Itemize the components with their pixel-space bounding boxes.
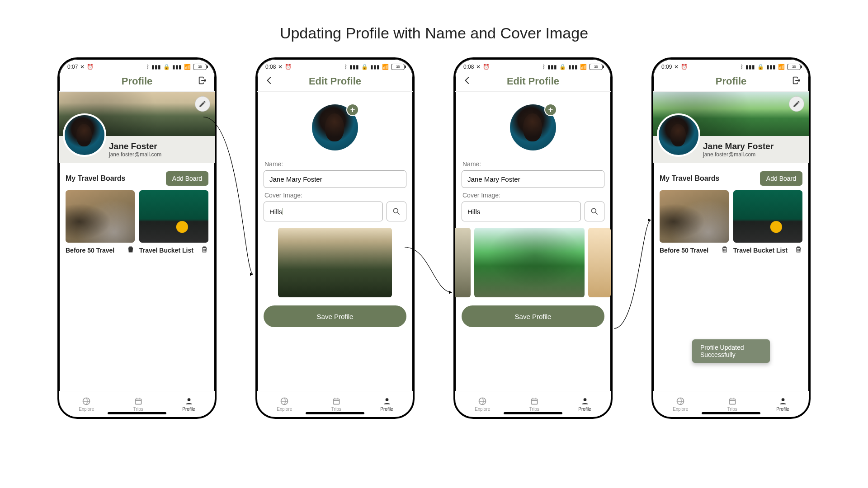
cover-search-button[interactable] (387, 202, 406, 221)
cover-option[interactable] (588, 228, 611, 297)
delete-board-button[interactable] (127, 245, 135, 255)
search-icon (590, 207, 599, 216)
profile-name: Jane Mary Foster (703, 141, 774, 151)
cover-search-input[interactable] (462, 202, 581, 221)
vibrate-icon: ✕ (80, 64, 85, 70)
tab-trips[interactable]: Trips (529, 397, 539, 412)
svg-point-13 (781, 398, 784, 401)
tab-explore[interactable]: Explore (673, 397, 688, 412)
avatar-editor[interactable]: + (310, 103, 360, 152)
profile-email: jane.foster@mail.com (703, 151, 774, 158)
svg-rect-9 (531, 399, 537, 404)
page-title: Updating Profile with Name and Cover Ima… (0, 24, 868, 42)
name-label: Name: (462, 160, 604, 168)
name-input[interactable] (462, 170, 604, 188)
back-button[interactable] (462, 75, 472, 87)
search-icon (392, 207, 401, 216)
boards-section-title: My Travel Boards (660, 174, 720, 183)
board-card[interactable]: Travel Bucket List (139, 190, 208, 255)
text-caret (283, 208, 283, 215)
svg-rect-12 (729, 399, 735, 404)
cover-search-button[interactable] (585, 202, 604, 221)
board-name: Travel Bucket List (733, 247, 788, 254)
edit-profile-button[interactable] (789, 96, 804, 112)
phone-profile-before: 0:07 ✕ ⏰ ᛒ ▮▮▮ 🔒 ▮▮▮ 📶 35 Profile Jane F… (57, 57, 217, 419)
tab-trips[interactable]: Trips (727, 397, 737, 412)
phone-edit-carousel: 0:08✕⏰ ᛒ▮▮▮🔒▮▮▮📶35 Edit Profile + Name: … (453, 57, 613, 419)
status-bar: 0:07 ✕ ⏰ ᛒ ▮▮▮ 🔒 ▮▮▮ 📶 35 (59, 59, 215, 71)
tab-trips[interactable]: Trips (331, 397, 341, 412)
avatar (63, 113, 106, 157)
phone-row: 0:07 ✕ ⏰ ᛒ ▮▮▮ 🔒 ▮▮▮ 📶 35 Profile Jane F… (0, 57, 868, 419)
tab-profile[interactable]: Profile (578, 397, 591, 412)
board-card[interactable]: Before 50 Travel (66, 190, 135, 255)
board-card[interactable]: Travel Bucket List (733, 190, 802, 255)
cover-label: Cover Image: (462, 192, 604, 199)
cover-search-result[interactable] (278, 228, 392, 297)
signal-icon: ▮▮▮ (151, 64, 161, 70)
avatar (657, 113, 700, 157)
tab-profile[interactable]: Profile (776, 397, 789, 412)
board-card[interactable]: Before 50 Travel (660, 190, 729, 255)
clock: 0:09 (661, 64, 672, 70)
board-thumb (139, 190, 208, 243)
clock: 0:08 (463, 64, 474, 70)
home-indicator (108, 412, 166, 414)
tab-trips[interactable]: Trips (133, 397, 143, 412)
add-photo-icon[interactable]: + (544, 103, 557, 116)
cover-carousel[interactable] (453, 228, 613, 297)
tab-profile[interactable]: Profile (380, 397, 393, 412)
tab-explore[interactable]: Explore (79, 397, 94, 412)
tab-profile[interactable]: Profile (182, 397, 195, 412)
appbar-title: Edit Profile (309, 75, 361, 87)
alarm-icon: ⏰ (87, 64, 94, 70)
board-name: Before 50 Travel (66, 247, 114, 254)
cover-search-input[interactable]: Hills (264, 202, 383, 221)
boards-list: Before 50 Travel Travel Bucket List (59, 186, 215, 260)
tab-explore[interactable]: Explore (475, 397, 490, 412)
logout-button[interactable] (198, 75, 208, 87)
add-board-button[interactable]: Add Board (760, 171, 802, 186)
cover-label: Cover Image: (264, 192, 406, 199)
cover-option-selected[interactable] (474, 228, 585, 297)
toast-success: Profile Updated Successfully (692, 339, 770, 363)
battery-icon: 35 (193, 64, 207, 70)
board-name: Travel Bucket List (139, 247, 193, 254)
add-board-button[interactable]: Add Board (166, 171, 208, 186)
app-bar: Edit Profile (257, 71, 413, 92)
cover-option[interactable] (453, 228, 471, 297)
boards-section-title: My Travel Boards (66, 174, 126, 183)
clock: 0:08 (265, 64, 276, 70)
board-thumb (66, 190, 135, 243)
svg-point-3 (393, 208, 398, 213)
back-button[interactable] (264, 75, 274, 87)
svg-point-10 (583, 398, 586, 401)
svg-rect-5 (333, 399, 339, 404)
status-bar: 0:09✕⏰ ᛒ▮▮▮🔒▮▮▮📶35 (653, 59, 809, 71)
app-bar: Profile (59, 71, 215, 92)
clock: 0:07 (67, 64, 78, 70)
delete-board-button[interactable] (200, 245, 208, 255)
signal2-icon: ▮▮▮ (172, 64, 182, 70)
delete-board-button[interactable] (721, 245, 729, 255)
appbar-title: Edit Profile (507, 75, 559, 87)
appbar-title: Profile (122, 75, 152, 87)
tab-explore[interactable]: Explore (277, 397, 292, 412)
svg-point-6 (385, 398, 388, 401)
phone-edit-typing: 0:08✕⏰ ᛒ▮▮▮🔒▮▮▮📶35 Edit Profile + Name: … (255, 57, 415, 419)
bluetooth-icon: ᛒ (146, 64, 149, 70)
save-profile-button[interactable]: Save Profile (264, 305, 406, 327)
name-input[interactable] (264, 170, 406, 188)
status-bar: 0:08✕⏰ ᛒ▮▮▮🔒▮▮▮📶35 (455, 59, 611, 71)
name-label: Name: (264, 160, 406, 168)
edit-profile-button[interactable] (195, 96, 210, 112)
add-photo-icon[interactable]: + (346, 103, 359, 116)
phone-profile-after: 0:09✕⏰ ᛒ▮▮▮🔒▮▮▮📶35 Profile Jane Mary Fos… (651, 57, 811, 419)
save-profile-button[interactable]: Save Profile (462, 305, 604, 327)
status-bar: 0:08✕⏰ ᛒ▮▮▮🔒▮▮▮📶35 (257, 59, 413, 71)
logout-button[interactable] (792, 75, 802, 87)
avatar-editor[interactable]: + (508, 103, 558, 152)
delete-board-button[interactable] (794, 245, 802, 255)
appbar-title: Profile (716, 75, 746, 87)
svg-point-7 (591, 208, 596, 213)
